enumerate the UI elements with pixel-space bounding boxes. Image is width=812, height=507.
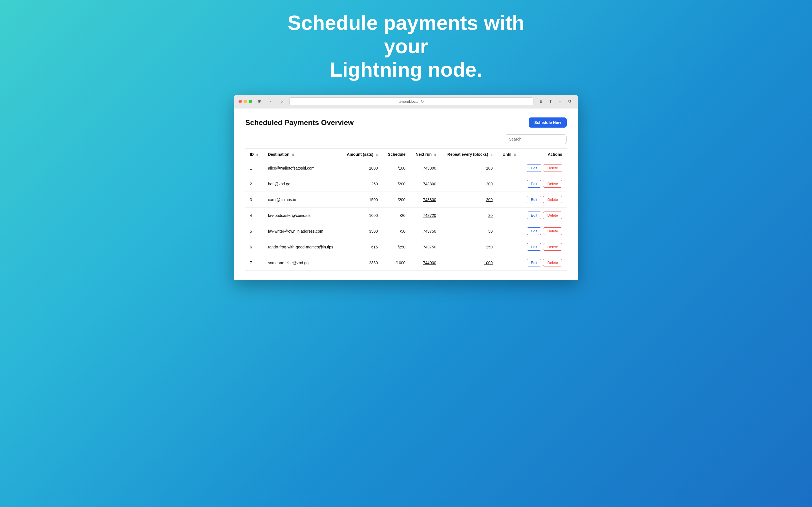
- cell-destination: rando-frog-with-good-memes@ln.tips: [263, 239, 341, 255]
- col-schedule: Schedule: [382, 149, 410, 160]
- cell-actions: Edit Delete: [520, 255, 567, 271]
- sort-icon-amount: ⇅: [375, 153, 378, 156]
- cell-until: [497, 160, 520, 176]
- cell-repeat: 200: [441, 192, 497, 208]
- cell-schedule: /1000: [382, 255, 410, 271]
- table-row: 5 fav-writer@own.ln.address.com 3500 /50…: [245, 223, 567, 239]
- col-id: ID ⇅: [245, 149, 263, 160]
- sort-icon-until: ⇅: [514, 153, 516, 156]
- edit-button[interactable]: Edit: [527, 212, 541, 219]
- table-body: 1 alice@walletofsatoshi.com 1000 /100 74…: [245, 160, 567, 271]
- search-row: [245, 134, 567, 144]
- cell-until: [497, 208, 520, 223]
- cell-next-run: 743800: [410, 160, 441, 176]
- cell-repeat: 100: [441, 160, 497, 176]
- delete-button[interactable]: Delete: [543, 164, 562, 172]
- table-row: 4 fav-podcaster@coinos.io 1000 /20 74372…: [245, 208, 567, 223]
- cell-next-run: 743800: [410, 176, 441, 192]
- cell-id: 3: [245, 192, 263, 208]
- new-tab-icon[interactable]: +: [556, 98, 564, 105]
- cell-actions: Edit Delete: [520, 176, 567, 192]
- cell-next-run: 743800: [410, 192, 441, 208]
- edit-button[interactable]: Edit: [527, 196, 541, 203]
- cell-next-run: 744000: [410, 255, 441, 271]
- page-header: Scheduled Payments Overview Schedule New: [245, 117, 567, 128]
- schedule-new-button[interactable]: Schedule New: [529, 117, 567, 128]
- cell-until: [497, 192, 520, 208]
- cell-schedule: /200: [382, 176, 410, 192]
- edit-button[interactable]: Edit: [527, 164, 541, 172]
- cell-schedule: /200: [382, 192, 410, 208]
- table-row: 3 carol@coinos.io 1500 /200 743800 200 E…: [245, 192, 567, 208]
- delete-button[interactable]: Delete: [543, 243, 562, 251]
- cell-next-run: 743720: [410, 208, 441, 223]
- cell-actions: Edit Delete: [520, 239, 567, 255]
- delete-button[interactable]: Delete: [543, 212, 562, 219]
- cell-repeat: 50: [441, 223, 497, 239]
- table-row: 1 alice@walletofsatoshi.com 1000 /100 74…: [245, 160, 567, 176]
- edit-button[interactable]: Edit: [527, 180, 541, 187]
- cell-repeat: 1000: [441, 255, 497, 271]
- cell-id: 2: [245, 176, 263, 192]
- sidebar-toggle-button[interactable]: ⊞: [255, 98, 263, 105]
- edit-button[interactable]: Edit: [527, 243, 541, 251]
- delete-button[interactable]: Delete: [543, 259, 562, 267]
- delete-button[interactable]: Delete: [543, 227, 562, 235]
- share-icon[interactable]: ⬆: [546, 98, 554, 105]
- tabs-icon[interactable]: ⧉: [566, 98, 573, 105]
- minimize-button[interactable]: [244, 100, 247, 103]
- search-input[interactable]: [505, 134, 567, 144]
- cell-until: [497, 239, 520, 255]
- table-row: 2 bob@zbd.gg 250 /200 743800 200 Edit De…: [245, 176, 567, 192]
- col-repeat: Repeat every (blocks) ⇅: [441, 149, 497, 160]
- hero-title: Schedule payments with your Lightning no…: [279, 11, 533, 81]
- cell-repeat: 20: [441, 208, 497, 223]
- table-header: ID ⇅ Destination ⇅ Amount (sats) ⇅ Sched…: [245, 149, 567, 160]
- cell-destination: alice@walletofsatoshi.com: [263, 160, 341, 176]
- cell-schedule: /100: [382, 160, 410, 176]
- cell-next-run: 743750: [410, 223, 441, 239]
- url-text: umbrel.local: [399, 100, 418, 104]
- cell-destination: carol@coinos.io: [263, 192, 341, 208]
- edit-button[interactable]: Edit: [527, 227, 541, 235]
- cell-schedule: /20: [382, 208, 410, 223]
- table-row: 7 someone-else@zbd.gg 2330 /1000 744000 …: [245, 255, 567, 271]
- sort-icon-repeat: ⇅: [490, 153, 493, 156]
- col-actions: Actions: [520, 149, 567, 160]
- cell-amount: 1500: [341, 192, 382, 208]
- sort-icon-next-run: ⇅: [434, 153, 436, 156]
- delete-button[interactable]: Delete: [543, 180, 562, 187]
- forward-button[interactable]: ›: [278, 98, 286, 105]
- cell-repeat: 250: [441, 239, 497, 255]
- cell-amount: 615: [341, 239, 382, 255]
- browser-actions: ⬇ ⬆ + ⧉: [537, 98, 573, 105]
- col-next-run: Next run ⇅: [410, 149, 441, 160]
- edit-button[interactable]: Edit: [527, 259, 541, 267]
- cell-destination: fav-podcaster@coinos.io: [263, 208, 341, 223]
- browser-chrome: ⊞ ‹ › umbrel.local ↻ ⬇ ⬆ + ⧉: [234, 95, 578, 108]
- cell-id: 4: [245, 208, 263, 223]
- cell-actions: Edit Delete: [520, 223, 567, 239]
- address-bar[interactable]: umbrel.local ↻: [289, 98, 534, 105]
- sort-icon-destination: ⇅: [292, 153, 294, 156]
- back-button[interactable]: ‹: [267, 98, 274, 105]
- col-amount: Amount (sats) ⇅: [341, 149, 382, 160]
- cell-next-run: 743750: [410, 239, 441, 255]
- cell-destination: bob@zbd.gg: [263, 176, 341, 192]
- maximize-button[interactable]: [249, 100, 252, 103]
- delete-button[interactable]: Delete: [543, 196, 562, 203]
- cell-destination: fav-writer@own.ln.address.com: [263, 223, 341, 239]
- page-title: Scheduled Payments Overview: [245, 118, 354, 127]
- download-icon[interactable]: ⬇: [537, 98, 545, 105]
- reload-icon[interactable]: ↻: [421, 99, 424, 104]
- col-destination: Destination ⇅: [263, 149, 341, 160]
- cell-until: [497, 176, 520, 192]
- cell-until: [497, 223, 520, 239]
- cell-amount: 1000: [341, 208, 382, 223]
- close-button[interactable]: [239, 100, 242, 103]
- cell-actions: Edit Delete: [520, 192, 567, 208]
- cell-id: 5: [245, 223, 263, 239]
- cell-until: [497, 255, 520, 271]
- cell-actions: Edit Delete: [520, 208, 567, 223]
- table-row: 6 rando-frog-with-good-memes@ln.tips 615…: [245, 239, 567, 255]
